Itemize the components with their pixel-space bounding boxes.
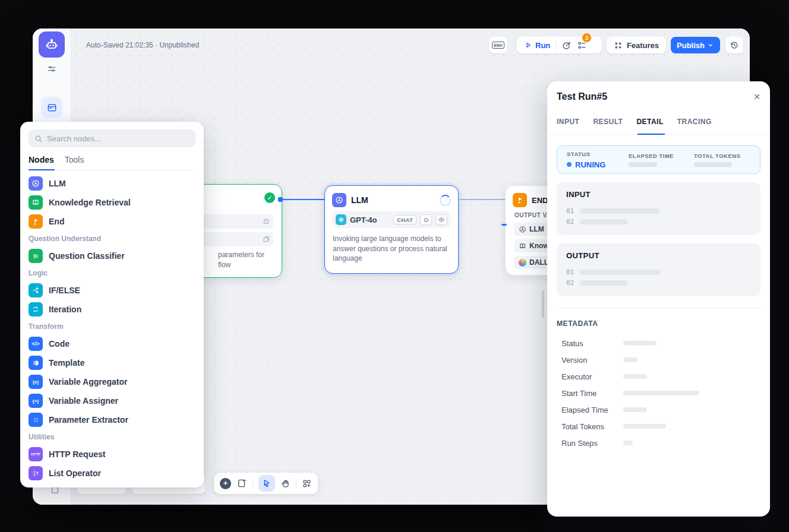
metadata-row: Version: [557, 352, 760, 368]
panel-resize-handle[interactable]: [542, 290, 544, 318]
llm-node[interactable]: LLM ✻ GPT-4o CHAT Invoking large languag…: [324, 185, 459, 274]
test-run-panel: Test Run#5 ✕ INPUT RESULT DETAIL TRACING…: [547, 81, 770, 517]
metadata-row: Start Time: [557, 385, 760, 401]
active-tab-underline: [637, 134, 665, 135]
robot-head-icon: [420, 214, 432, 225]
metadata-skeleton: [623, 407, 647, 412]
output-line: 02: [566, 277, 751, 288]
llm-ref-icon: [519, 226, 526, 233]
node-item-end[interactable]: End: [29, 214, 195, 229]
tab-result[interactable]: RESULT: [593, 118, 623, 126]
status-card: STATUS RUNING ELAPSED TIME TOTAL TOKENS: [557, 145, 760, 174]
section-transform: Transform: [29, 322, 195, 331]
output-card-title: OUTPUT: [566, 251, 751, 260]
hand-tool-button[interactable]: [280, 479, 291, 489]
node-item-list-operator[interactable]: List Operator: [29, 466, 195, 480]
status-value: RUNING: [567, 160, 629, 169]
metadata-title: METADATA: [557, 319, 760, 328]
node-item-http-request[interactable]: HTTP HTTP Request: [29, 447, 195, 461]
node-item-variable-aggregator[interactable]: {x} Variable Aggregator: [29, 375, 195, 389]
divider: [296, 479, 296, 487]
history-button[interactable]: [725, 37, 743, 53]
publish-button[interactable]: Publish: [671, 37, 720, 53]
features-button[interactable]: Features: [607, 37, 666, 53]
node-item-code[interactable]: </> Code: [29, 337, 195, 351]
metadata-skeleton: [623, 357, 637, 362]
end-node-title: END: [532, 196, 548, 205]
total-tokens-skeleton: [694, 162, 732, 167]
node-item-if-else[interactable]: IF/ELSE: [29, 283, 195, 297]
node-item-variable-assigner[interactable]: {=} Variable Assigner: [29, 394, 195, 408]
divider: [513, 41, 513, 49]
edge-start-to-llm: [281, 199, 324, 200]
window-icon[interactable]: [41, 97, 62, 118]
divider: [253, 479, 253, 487]
search-placeholder: Search nodes...: [47, 134, 101, 143]
node-item-template[interactable]: Template: [29, 356, 195, 370]
divider: [557, 308, 760, 308]
metadata-skeleton: [623, 441, 633, 445]
node-item-iteration[interactable]: Iteration: [29, 302, 195, 316]
close-icon[interactable]: ✕: [753, 92, 760, 102]
dalle-ref-icon: [519, 259, 526, 267]
llm-node-title: LLM: [351, 195, 435, 205]
input-line: 01: [566, 205, 751, 216]
features-icon: [614, 41, 623, 50]
divider: [556, 41, 556, 49]
input-skeleton: [580, 208, 660, 214]
section-question-understand: Question Understand: [29, 235, 195, 243]
organize-button[interactable]: [302, 479, 312, 489]
chevron-down-icon: [707, 42, 714, 49]
node-search-panel: Search nodes... Nodes Tools LLM Knowledg…: [20, 122, 204, 487]
node-panel-tabs: Nodes Tools: [29, 155, 195, 170]
search-icon: [34, 134, 43, 143]
pointer-tool-button[interactable]: [258, 475, 275, 492]
node-list: LLM Knowledge Retrieval End Question Und…: [20, 170, 204, 491]
tab-input[interactable]: INPUT: [557, 118, 579, 126]
model-selector[interactable]: ✻ GPT-4o CHAT: [332, 211, 451, 228]
elapsed-time-label: ELAPSED TIME: [629, 153, 694, 159]
model-name: GPT-4o: [350, 216, 390, 224]
add-note-button[interactable]: [236, 478, 247, 489]
node-item-knowledge-retrieval[interactable]: Knowledge Retrieval: [29, 195, 195, 210]
if-else-icon: [29, 283, 43, 297]
eye-icon: [435, 214, 447, 225]
knowledge-ref-icon: [519, 242, 526, 250]
template-icon: [29, 356, 43, 370]
add-node-button[interactable]: +: [220, 478, 231, 489]
active-tab-underline: [29, 169, 55, 170]
timer-button[interactable]: [561, 40, 572, 50]
input-card: INPUT 01 02: [557, 182, 760, 235]
list-operator-icon: [29, 466, 43, 480]
workflow-settings-icon[interactable]: [45, 62, 59, 76]
search-input[interactable]: Search nodes...: [29, 129, 195, 147]
llm-icon: [332, 193, 346, 207]
end-icon: [29, 214, 43, 229]
parameter-extractor-icon: [29, 413, 43, 427]
tab-tools[interactable]: Tools: [65, 155, 84, 164]
node-item-question-classifier[interactable]: Question Classifier: [29, 249, 195, 263]
input-skeleton: [580, 219, 627, 224]
end-icon: [513, 193, 527, 207]
add-note-icon: [236, 478, 247, 489]
tab-tracing[interactable]: TRACING: [677, 118, 712, 126]
gpt4o-model-icon: ✻: [336, 214, 346, 225]
tab-detail[interactable]: DETAIL: [636, 118, 663, 126]
metadata-skeleton: [623, 341, 657, 346]
run-toolbar: Run 2: [517, 37, 602, 53]
env-button[interactable]: ENV: [489, 37, 507, 53]
http-request-icon: HTTP: [29, 447, 43, 461]
node-item-llm[interactable]: LLM: [29, 176, 195, 191]
question-classifier-icon: [29, 249, 43, 263]
chat-mode-badge: CHAT: [393, 215, 416, 224]
run-button[interactable]: Run: [524, 41, 550, 50]
short-text-icon: [263, 218, 270, 225]
tab-nodes[interactable]: Nodes: [29, 155, 54, 164]
robot-app-icon[interactable]: [39, 31, 65, 58]
llm-node-description: Invoking large language models to answer…: [333, 234, 452, 264]
checklist-button[interactable]: 2: [577, 40, 587, 50]
node-item-parameter-extractor[interactable]: Parameter Extractor: [29, 413, 195, 427]
spinner-icon: [440, 195, 451, 206]
output-skeleton: [580, 270, 660, 275]
running-dot-icon: [567, 162, 572, 167]
